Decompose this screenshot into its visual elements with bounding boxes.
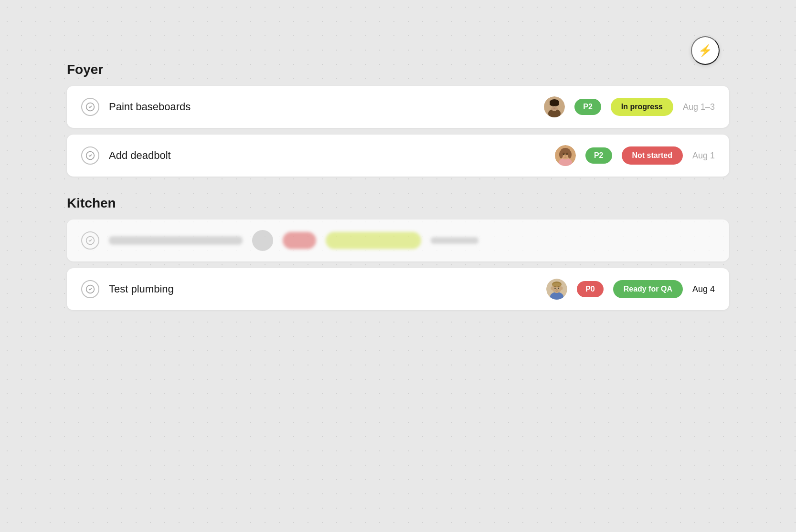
svg-point-34 [551, 287, 553, 290]
status-badge-add-deadbolt[interactable]: Not started [622, 146, 683, 165]
kitchen-section: Kitchen Test plumbing [67, 196, 729, 310]
skeleton-priority [283, 232, 316, 249]
svg-point-6 [550, 102, 559, 106]
priority-badge-add-deadbolt[interactable]: P2 [585, 147, 612, 164]
check-icon-add-deadbolt[interactable] [81, 146, 99, 165]
avatar-add-deadbolt [555, 145, 576, 166]
task-paint-baseboards[interactable]: Paint baseboards [67, 86, 729, 128]
check-icon-skeleton [81, 231, 99, 250]
task-name-test-plumbing: Test plumbing [109, 283, 537, 295]
svg-point-35 [561, 287, 563, 290]
svg-point-31 [554, 288, 556, 289]
svg-point-32 [558, 288, 559, 289]
svg-point-20 [563, 154, 564, 156]
kitchen-title: Kitchen [67, 196, 729, 211]
check-icon-test-plumbing[interactable] [81, 280, 99, 298]
foyer-section: Foyer Paint baseboards [67, 62, 729, 177]
avatar-test-plumbing [546, 279, 567, 300]
date-add-deadbolt: Aug 1 [692, 151, 715, 161]
status-badge-paint-baseboards[interactable]: In progress [611, 98, 673, 116]
skeleton-status [326, 232, 421, 249]
task-add-deadbolt[interactable]: Add deadbolt [67, 135, 729, 177]
foyer-title: Foyer [67, 62, 729, 77]
svg-point-33 [556, 289, 557, 291]
svg-point-21 [566, 154, 568, 156]
task-name-add-deadbolt: Add deadbolt [109, 149, 545, 162]
task-skeleton [67, 219, 729, 261]
main-content: Foyer Paint baseboards [0, 0, 796, 348]
lightning-icon: ⚡ [698, 44, 712, 57]
lightning-button[interactable]: ⚡ [691, 36, 720, 65]
svg-point-7 [552, 105, 553, 106]
task-test-plumbing[interactable]: Test plumbing [67, 268, 729, 310]
check-icon-paint-baseboards[interactable] [81, 98, 99, 116]
skeleton-avatar [252, 230, 273, 251]
skeleton-task-name [109, 236, 243, 245]
status-badge-test-plumbing[interactable]: Ready for QA [613, 280, 683, 298]
date-paint-baseboards: Aug 1–3 [683, 102, 715, 112]
priority-badge-paint-baseboards[interactable]: P2 [574, 99, 601, 115]
skeleton-date [431, 237, 478, 244]
task-name-paint-baseboards: Paint baseboards [109, 101, 534, 113]
svg-point-10 [551, 107, 558, 111]
date-test-plumbing: Aug 4 [692, 284, 715, 294]
priority-badge-test-plumbing[interactable]: P0 [577, 281, 604, 297]
svg-point-8 [556, 105, 557, 106]
svg-point-19 [561, 148, 570, 153]
avatar-paint-baseboards [544, 96, 565, 117]
svg-point-30 [552, 283, 561, 287]
svg-point-22 [565, 155, 566, 156]
